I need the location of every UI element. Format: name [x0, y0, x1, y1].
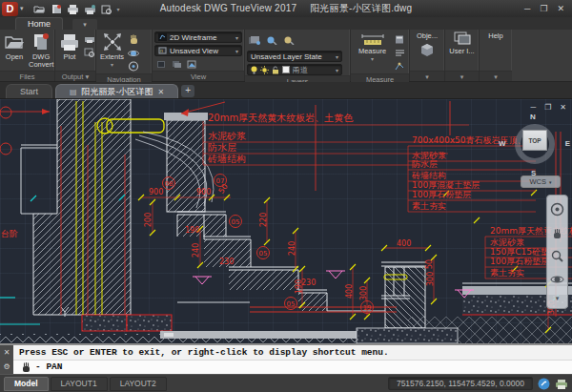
status-bar: Model LAYOUT1 LAYOUT2 751576.2150, 11547…	[0, 374, 572, 392]
tab-drawing[interactable]: ▤ 阳光丽景-小区详图 ✕	[55, 84, 178, 98]
drawing-viewport[interactable]: 20mm厚天然黄木纹板岩、土黄色 水泥砂浆 防水层 砖墙结构 700x400x5…	[0, 99, 572, 343]
open-button[interactable]: Open	[2, 31, 27, 71]
pan-tool-icon[interactable]	[550, 227, 564, 240]
measure-button[interactable]: Measure ▾	[353, 31, 392, 73]
layer-dropdown[interactable]: 甬道 ▾	[247, 64, 342, 75]
dwg-convert-icon[interactable]	[51, 4, 62, 14]
user-interface-label[interactable]: User I...	[449, 47, 474, 55]
plot-printer-icon	[59, 32, 80, 52]
compass-north[interactable]: N	[530, 113, 536, 121]
close-button[interactable]: ✕	[557, 4, 564, 13]
svg-text:190: 190	[295, 279, 303, 294]
svg-text:200: 200	[144, 213, 153, 227]
visual-style-dropdown[interactable]: 2D Wireframe ▾	[154, 31, 242, 43]
command-tools-icon[interactable]: ⚙	[3, 362, 10, 371]
qat-chevron-icon[interactable]: ▾	[117, 6, 120, 12]
layer-unisolate-icon[interactable]	[283, 31, 295, 49]
plot-button[interactable]: Plot	[57, 31, 82, 71]
viewport-window-controls: ─ ❐ ✕	[530, 103, 566, 112]
wcs-dropdown[interactable]: WCS ▾	[521, 175, 561, 188]
viewcube-top-face[interactable]: TOP	[522, 130, 547, 151]
layer-state-dropdown[interactable]: Unsaved Layer State ▾	[247, 51, 342, 62]
named-view-dropdown[interactable]: n Unsaved View ▾	[154, 45, 242, 56]
svg-text:砖墙结构: 砖墙结构	[411, 171, 446, 180]
wcs-label: WCS	[529, 177, 546, 186]
drawing-tab-close-icon[interactable]: ✕	[158, 88, 165, 96]
app-menu-chevron-icon[interactable]: ▾	[20, 5, 24, 12]
tab-model[interactable]: Model	[4, 377, 49, 391]
preview-mini-icon[interactable]	[83, 47, 96, 58]
panel-files: Open DWG Convert Files	[0, 30, 55, 81]
object-panel-expand[interactable]: ▾	[410, 71, 444, 81]
viewcube[interactable]: TOP N E S W	[507, 116, 562, 172]
panel-title-files: Files	[0, 71, 54, 81]
command-close-icon[interactable]: ✕	[4, 348, 10, 357]
batch-plot-icon[interactable]	[84, 4, 96, 14]
help-label[interactable]: Help	[488, 31, 502, 40]
svg-text:08: 08	[165, 180, 174, 188]
layer-properties-icon[interactable]	[249, 31, 260, 49]
extents-button[interactable]: Extents ▾	[98, 31, 126, 73]
batch-plot-mini-icon[interactable]	[83, 33, 96, 45]
command-input-line[interactable]: - PAN	[13, 361, 572, 375]
compass-east[interactable]: E	[565, 139, 570, 148]
named-views-icon[interactable]	[170, 58, 183, 70]
quick-calc-icon[interactable]	[393, 33, 406, 45]
vp-restore-button[interactable]: ❐	[544, 103, 551, 112]
dwg-convert-button[interactable]: DWG Convert	[27, 31, 55, 71]
panel-object: Obje... ▾	[410, 30, 445, 81]
annotation-monitor-icon[interactable]	[538, 378, 550, 390]
plot-status-icon[interactable]	[555, 378, 568, 390]
orbit-mini-icon[interactable]	[127, 47, 140, 58]
help-expand[interactable]: ▾	[480, 71, 512, 81]
ribbon-options-button[interactable]: ▾	[72, 19, 97, 30]
layer-on-bulb-icon	[251, 66, 257, 74]
layer-color-swatch	[282, 66, 290, 73]
tab-home[interactable]: Home	[15, 17, 63, 30]
panel-measure: Measure ▾ Measure	[351, 30, 410, 81]
steering-wheel-mini-icon[interactable]	[127, 60, 140, 72]
full-navigation-wheel-icon[interactable]	[550, 202, 564, 217]
tab-layout2[interactable]: LAYOUT2	[110, 377, 167, 391]
cad-drawing[interactable]: 20mm厚天然黄木纹板岩、土黄色 水泥砂浆 防水层 砖墙结构 700x400x5…	[0, 99, 572, 343]
view-manager-icon[interactable]	[185, 58, 198, 70]
svg-text:19: 19	[363, 304, 372, 312]
svg-text:100厚石粉垫层: 100厚石粉垫层	[412, 190, 471, 199]
navigation-bar: ▾	[546, 195, 568, 309]
ribbon: Open DWG Convert Files Plot	[0, 30, 572, 82]
vp-minimize-button[interactable]: ─	[530, 103, 536, 112]
id-point-icon[interactable]	[393, 60, 406, 72]
app-logo[interactable]: D	[2, 2, 18, 16]
active-command-text: - PAN	[35, 361, 63, 372]
object-panel-label[interactable]: Obje...	[417, 31, 438, 40]
pan-mini-icon[interactable]	[127, 33, 140, 45]
compass-west[interactable]: W	[499, 139, 506, 148]
plot-icon[interactable]	[67, 4, 79, 14]
panel-layers: Unsaved Layer State ▾ 甬道 ▾ Layers	[245, 30, 351, 81]
svg-text:07: 07	[216, 177, 225, 185]
new-tab-button[interactable]: +	[181, 85, 194, 97]
tab-start[interactable]: Start	[6, 84, 52, 98]
svg-text:水泥砂浆: 水泥砂浆	[208, 131, 246, 141]
open-icon[interactable]	[33, 4, 46, 14]
layer-isolate-icon[interactable]	[266, 31, 277, 49]
output-expand-icon[interactable]: ▾	[85, 72, 89, 81]
layer-unlock-icon	[272, 66, 279, 74]
minimize-button[interactable]: ─	[524, 4, 530, 13]
navbar-more-icon[interactable]: ▾	[556, 296, 560, 301]
dwg-convert-icon	[31, 32, 51, 52]
svg-text:230: 230	[219, 258, 234, 266]
orbit-tool-icon[interactable]	[550, 274, 564, 285]
viewport-config-icon[interactable]	[154, 58, 168, 70]
tab-layout1[interactable]: LAYOUT1	[51, 377, 108, 391]
measure-label: Measure	[358, 48, 386, 55]
coordinates-readout: 751576.2150, 115475.4529, 0.0000	[388, 377, 533, 390]
vp-close-button[interactable]: ✕	[560, 103, 566, 112]
restore-button[interactable]: ❐	[540, 4, 547, 13]
list-icon[interactable]	[393, 47, 406, 58]
command-history-line[interactable]: Press ESC or ENTER to exit, or right-cli…	[13, 345, 572, 361]
user-interface-expand[interactable]: ▾	[445, 71, 479, 81]
svg-text:400: 400	[345, 284, 354, 299]
preview-icon[interactable]	[101, 4, 112, 14]
zoom-tool-icon[interactable]	[550, 250, 564, 263]
